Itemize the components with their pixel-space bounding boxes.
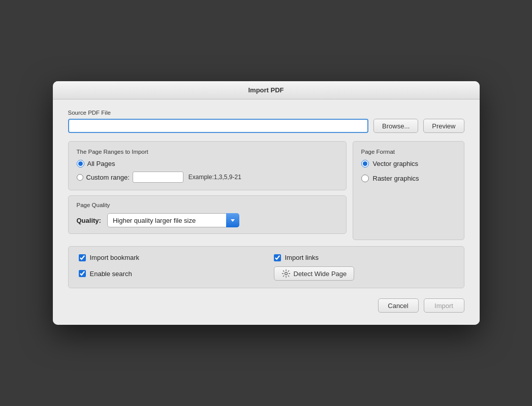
example-text: Example:1,3,5,9-21 xyxy=(189,174,241,181)
import-links-checkbox[interactable] xyxy=(274,254,281,261)
custom-range-input[interactable] xyxy=(133,172,183,183)
all-pages-label: All Pages xyxy=(87,160,115,167)
detect-wide-page-button[interactable]: Detect Wide Page xyxy=(274,266,355,281)
svg-point-0 xyxy=(285,273,287,275)
quality-select[interactable]: Higher quality larger file size Medium q… xyxy=(107,213,239,227)
page-format-label: Page Format xyxy=(361,149,456,155)
raster-graphics-row[interactable]: Raster graphics xyxy=(361,175,456,182)
quality-row: Quality: Higher quality larger file size… xyxy=(77,213,338,227)
title-text: Import PDF xyxy=(248,86,284,94)
cancel-button[interactable]: Cancel xyxy=(378,298,419,313)
page-ranges-panel: The Page Ranges to Import All Pages Cust… xyxy=(68,141,347,190)
quality-label: Quality: xyxy=(77,217,101,224)
detect-wide-page-wrapper: Detect Wide Page xyxy=(274,266,454,281)
import-pdf-dialog: Import PDF Source PDF File Browse... Pre… xyxy=(53,81,480,325)
quality-section-label: Page Quality xyxy=(77,202,338,208)
import-links-label: Import links xyxy=(285,254,319,261)
custom-range-radio[interactable] xyxy=(77,174,83,181)
gear-icon xyxy=(281,269,291,278)
raster-graphics-label: Raster graphics xyxy=(373,175,419,182)
import-bookmark-checkbox[interactable] xyxy=(79,254,86,261)
import-button[interactable]: Import xyxy=(424,298,464,313)
all-pages-row[interactable]: All Pages xyxy=(77,160,338,167)
import-links-row[interactable]: Import links xyxy=(274,254,454,261)
custom-range-label: Custom range: xyxy=(86,174,130,181)
options-grid: Import bookmark Import links Enable sear… xyxy=(79,254,454,281)
vector-graphics-row[interactable]: Vector graphics xyxy=(361,160,456,167)
source-section-label: Source PDF File xyxy=(68,110,464,116)
raster-graphics-radio[interactable] xyxy=(361,175,369,182)
all-pages-radio[interactable] xyxy=(77,160,84,167)
dialog-title: Import PDF xyxy=(53,81,480,99)
quality-select-wrapper: Higher quality larger file size Medium q… xyxy=(107,213,239,227)
import-bookmark-row[interactable]: Import bookmark xyxy=(79,254,259,261)
page-ranges-label: The Page Ranges to Import xyxy=(77,149,338,155)
browse-button[interactable]: Browse... xyxy=(373,119,418,133)
middle-section: The Page Ranges to Import All Pages Cust… xyxy=(68,141,464,240)
enable-search-checkbox[interactable] xyxy=(79,270,86,277)
page-quality-panel: Page Quality Quality: Higher quality lar… xyxy=(68,195,347,234)
custom-range-row: Custom range: Example:1,3,5,9-21 xyxy=(77,172,338,183)
source-row: Browse... Preview xyxy=(68,119,464,133)
vector-graphics-label: Vector graphics xyxy=(373,160,419,167)
preview-button[interactable]: Preview xyxy=(423,119,464,133)
options-panel: Import bookmark Import links Enable sear… xyxy=(68,246,464,288)
vector-graphics-radio[interactable] xyxy=(361,160,369,167)
enable-search-row[interactable]: Enable search xyxy=(79,266,259,281)
enable-search-label: Enable search xyxy=(90,270,132,278)
import-bookmark-label: Import bookmark xyxy=(90,254,140,261)
dialog-footer: Cancel Import xyxy=(68,296,464,313)
dialog-body: Source PDF File Browse... Preview The Pa… xyxy=(53,99,480,325)
source-pdf-input[interactable] xyxy=(68,119,369,133)
detect-wide-page-label: Detect Wide Page xyxy=(294,270,347,278)
page-format-panel: Page Format Vector graphics Raster graph… xyxy=(353,141,464,240)
